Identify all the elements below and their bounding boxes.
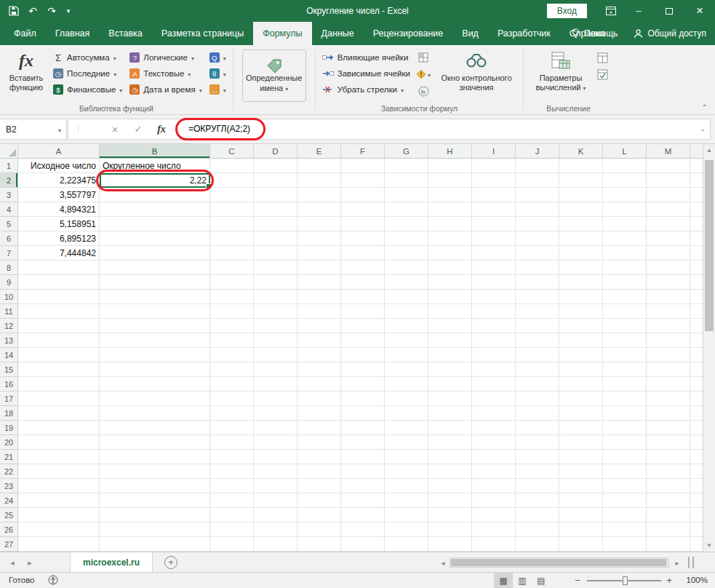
row-header-15[interactable]: 15 [0,362,18,377]
row-header-22[interactable]: 22 [0,464,18,479]
row-header-7[interactable]: 7 [0,246,18,261]
cell-B9[interactable] [100,275,210,290]
page-break-view-button[interactable] [532,573,551,588]
datetime-functions-button[interactable]: Дата и время [126,82,205,98]
cell-J26[interactable] [516,523,559,537]
cell-L25[interactable] [603,508,647,523]
cell-J17[interactable] [516,392,559,406]
cell-G14[interactable] [385,348,428,362]
cell-B5[interactable] [100,217,210,231]
cell-D1[interactable] [254,159,297,173]
watch-window-button[interactable]: Окно контрольного значения [433,47,520,103]
insert-function-fx-button[interactable]: fx [153,119,170,139]
cell-N8[interactable] [690,261,703,275]
cell-A1[interactable]: Исходное число [18,159,100,173]
cell-B17[interactable] [100,392,210,406]
cell-N16[interactable] [690,377,703,392]
ribbon-tab-7[interactable]: Вид [452,22,488,45]
cell-D13[interactable] [254,333,297,348]
zoom-in-button[interactable] [663,573,676,588]
trace-precedents-button[interactable]: Влияющие ячейки [319,49,414,65]
cell-E20[interactable] [297,435,341,450]
cell-J8[interactable] [516,261,559,275]
cell-H22[interactable] [428,464,472,479]
cell-C3[interactable] [210,188,254,202]
cell-L5[interactable] [603,217,647,231]
cell-M2[interactable] [647,173,690,188]
error-checking-button[interactable] [414,67,433,82]
cell-G9[interactable] [385,275,428,290]
cell-D4[interactable] [254,202,297,217]
cell-B19[interactable] [100,421,210,435]
cell-C12[interactable] [210,319,254,333]
cell-K16[interactable] [559,377,603,392]
cell-E22[interactable] [297,464,341,479]
cell-M1[interactable] [647,159,690,173]
cell-E14[interactable] [297,348,341,362]
cell-F25[interactable] [341,508,385,523]
cell-N4[interactable] [690,202,703,217]
cell-N9[interactable] [690,275,703,290]
cell-D10[interactable] [254,290,297,304]
cell-B16[interactable] [100,377,210,392]
cell-G22[interactable] [385,464,428,479]
cell-N12[interactable] [690,319,703,333]
cell-C16[interactable] [210,377,254,392]
cell-J20[interactable] [516,435,559,450]
cell-D26[interactable] [254,523,297,537]
ribbon-display-options-button[interactable] [599,0,623,22]
cell-D16[interactable] [254,377,297,392]
save-button[interactable] [4,0,23,22]
column-header-E[interactable]: E [297,144,341,159]
cell-J13[interactable] [516,333,559,348]
cell-C24[interactable] [210,493,254,508]
cell-A21[interactable] [18,450,100,464]
column-header-N[interactable]: N [690,144,703,159]
cell-G23[interactable] [385,479,428,493]
cell-A4[interactable]: 4,894321 [18,202,100,217]
cell-N19[interactable] [690,421,703,435]
cell-H13[interactable] [428,333,472,348]
row-header-14[interactable]: 14 [0,348,18,362]
cell-H14[interactable] [428,348,472,362]
cell-A10[interactable] [18,290,100,304]
cell-A19[interactable] [18,421,100,435]
cell-F6[interactable] [341,231,385,246]
cell-K23[interactable] [559,479,603,493]
cell-J5[interactable] [516,217,559,231]
cell-C7[interactable] [210,246,254,261]
cell-A9[interactable] [18,275,100,290]
cell-L11[interactable] [603,304,647,319]
cell-D25[interactable] [254,508,297,523]
cell-J2[interactable] [516,173,559,188]
formula-bar-drag-handle[interactable] [74,119,82,139]
column-header-F[interactable]: F [341,144,385,159]
cell-J10[interactable] [516,290,559,304]
page-layout-view-button[interactable] [513,573,532,588]
scroll-up-arrow[interactable] [703,144,715,156]
cell-B10[interactable] [100,290,210,304]
cell-I9[interactable] [472,275,516,290]
cell-B22[interactable] [100,464,210,479]
cell-I13[interactable] [472,333,516,348]
cell-M9[interactable] [647,275,690,290]
cell-E13[interactable] [297,333,341,348]
cell-A5[interactable]: 5,158951 [18,217,100,231]
cell-I21[interactable] [472,450,516,464]
cell-C13[interactable] [210,333,254,348]
cell-H15[interactable] [428,362,472,377]
cell-G17[interactable] [385,392,428,406]
cell-G26[interactable] [385,523,428,537]
cell-M6[interactable] [647,231,690,246]
share-button[interactable]: Общий доступ [634,28,706,39]
vertical-scrollbar-thumb[interactable] [705,160,714,331]
cell-G27[interactable] [385,537,428,552]
collapse-ribbon-button[interactable] [702,103,708,111]
cell-B11[interactable] [100,304,210,319]
cell-E9[interactable] [297,275,341,290]
cell-H24[interactable] [428,493,472,508]
cell-K1[interactable] [559,159,603,173]
cell-I23[interactable] [472,479,516,493]
cell-A20[interactable] [18,435,100,450]
cell-J1[interactable] [516,159,559,173]
